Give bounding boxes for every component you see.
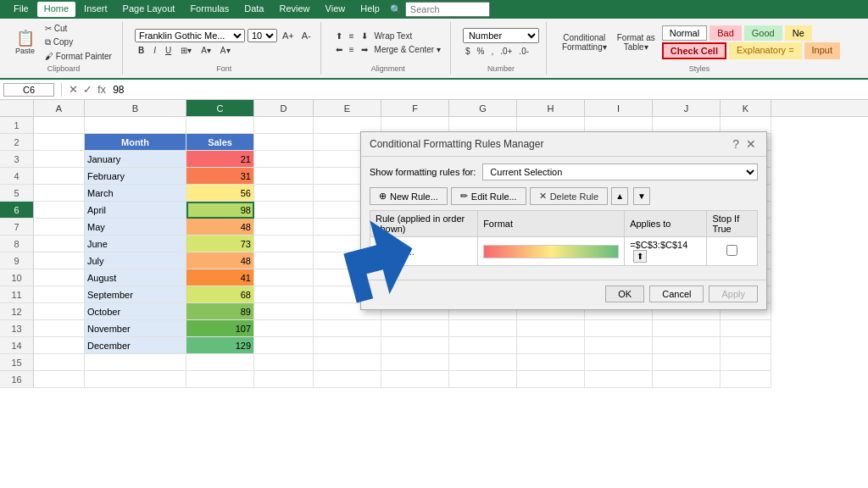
cell-a8[interactable] [34, 236, 85, 252]
cell-e16[interactable] [314, 371, 381, 388]
underline-button[interactable]: U [162, 45, 175, 56]
tab-formulas[interactable]: Formulas [183, 2, 236, 17]
row-num-10[interactable]: 10 [0, 269, 33, 286]
increase-font-button[interactable]: A+ [280, 30, 297, 42]
tab-file[interactable]: File [7, 2, 36, 17]
style-input[interactable]: Input [804, 42, 840, 59]
cell-d9[interactable] [254, 252, 314, 269]
row-num-12[interactable]: 12 [0, 303, 33, 320]
cell-a7[interactable] [34, 219, 85, 236]
cell-c15[interactable] [186, 354, 254, 371]
tab-review[interactable]: Review [272, 2, 316, 17]
tab-page-layout[interactable]: Page Layout [116, 2, 182, 17]
cell-b9-july[interactable]: July [85, 252, 186, 269]
fill-color-button[interactable]: A▾ [198, 45, 214, 56]
bold-button[interactable]: B [135, 45, 147, 56]
cell-c7-48[interactable]: 48 [186, 219, 254, 236]
cell-h15[interactable] [517, 354, 585, 371]
col-header-d[interactable]: D [254, 100, 314, 116]
align-left-button[interactable]: ⬅ [333, 44, 345, 55]
cell-a2[interactable] [34, 134, 85, 151]
cell-h16[interactable] [517, 371, 585, 388]
show-rules-select[interactable]: Current Selection [482, 164, 758, 180]
ok-button[interactable]: OK [605, 286, 644, 302]
cell-c12-89[interactable]: 89 [186, 303, 254, 320]
cell-e13[interactable] [314, 320, 381, 337]
row-num-2[interactable]: 2 [0, 134, 33, 151]
cell-d14[interactable] [254, 337, 314, 354]
dialog-close-button[interactable]: ✕ [744, 137, 758, 151]
cell-e15[interactable] [314, 354, 381, 371]
paste-button[interactable]: 📋 Paste [12, 29, 38, 57]
style-normal[interactable]: Normal [662, 25, 707, 41]
cell-d3[interactable] [254, 151, 314, 168]
cell-a5[interactable] [34, 185, 85, 202]
row-num-5[interactable]: 5 [0, 185, 33, 202]
align-middle-button[interactable]: ≡ [347, 30, 357, 42]
cell-g15[interactable] [449, 354, 517, 371]
cell-j13[interactable] [653, 320, 721, 337]
decrease-font-button[interactable]: A- [299, 30, 314, 42]
rule-row-1[interactable]: Graded... =$C$3:$C$14 ⬆ [370, 237, 758, 266]
row-num-15[interactable]: 15 [0, 354, 33, 371]
col-header-c[interactable]: C [186, 100, 254, 116]
tab-view[interactable]: View [319, 2, 353, 17]
row-num-4[interactable]: 4 [0, 168, 33, 185]
cell-d15[interactable] [254, 354, 314, 371]
col-header-h[interactable]: H [517, 100, 585, 116]
cell-b7-may[interactable]: May [85, 219, 186, 236]
cell-d16[interactable] [254, 371, 314, 388]
cell-a15[interactable] [34, 354, 85, 371]
cell-k14[interactable] [721, 337, 771, 354]
cell-c10-41[interactable]: 41 [186, 269, 254, 286]
search-input[interactable] [405, 2, 490, 17]
italic-button[interactable]: I [150, 45, 159, 56]
move-down-button[interactable]: ▼ [633, 187, 650, 205]
dialog-help-button[interactable]: ? [731, 137, 741, 151]
cell-b11-september[interactable]: September [85, 286, 186, 303]
cell-a12[interactable] [34, 303, 85, 320]
merge-center-button[interactable]: Merge & Center ▾ [372, 44, 443, 55]
cell-c4-31[interactable]: 31 [186, 168, 254, 185]
row-num-6[interactable]: 6 [0, 202, 33, 219]
style-explanatory[interactable]: Explanatory = [729, 42, 802, 59]
style-bad[interactable]: Bad [709, 25, 742, 41]
style-check-cell[interactable]: Check Cell [662, 42, 726, 59]
cell-j16[interactable] [653, 371, 721, 388]
col-header-j[interactable]: J [653, 100, 721, 116]
row-num-14[interactable]: 14 [0, 337, 33, 354]
new-rule-button[interactable]: ⊕ New Rule... [370, 187, 448, 205]
rule-applies-to[interactable]: =$C$3:$C$14 ⬆ [625, 237, 707, 266]
col-header-f[interactable]: F [381, 100, 449, 116]
cell-b1[interactable] [85, 117, 186, 134]
cell-j14[interactable] [653, 337, 721, 354]
tab-home[interactable]: Home [37, 2, 75, 17]
insert-function-icon[interactable]: fx [97, 83, 106, 96]
cell-d11[interactable] [254, 286, 314, 303]
cell-c11-68[interactable]: 68 [186, 286, 254, 303]
cell-g16[interactable] [449, 371, 517, 388]
cell-c14-129[interactable]: 129 [186, 337, 254, 354]
cell-a4[interactable] [34, 168, 85, 185]
cell-h14[interactable] [517, 337, 585, 354]
confirm-formula-icon[interactable]: ✓ [83, 83, 92, 96]
tab-insert[interactable]: Insert [77, 2, 114, 17]
cell-b5-march[interactable]: March [85, 185, 186, 202]
cell-f15[interactable] [381, 354, 449, 371]
cell-d13[interactable] [254, 320, 314, 337]
cancel-formula-icon[interactable]: ✕ [69, 83, 78, 96]
cell-c2-sales[interactable]: Sales [186, 134, 254, 151]
col-header-e[interactable]: E [314, 100, 381, 116]
col-header-b[interactable]: B [85, 100, 186, 116]
row-num-13[interactable]: 13 [0, 320, 33, 337]
cell-b4-february[interactable]: February [85, 168, 186, 185]
style-ne[interactable]: Ne [785, 25, 812, 41]
align-right-button[interactable]: ➡ [359, 44, 370, 55]
align-center-button[interactable]: ≡ [347, 44, 357, 55]
format-as-table-button[interactable]: Format asTable▾ [614, 31, 659, 53]
cell-d7[interactable] [254, 219, 314, 236]
cell-a13[interactable] [34, 320, 85, 337]
cell-c8-73[interactable]: 73 [186, 236, 254, 252]
formula-input[interactable] [109, 83, 865, 97]
align-top-button[interactable]: ⬆ [333, 30, 345, 42]
